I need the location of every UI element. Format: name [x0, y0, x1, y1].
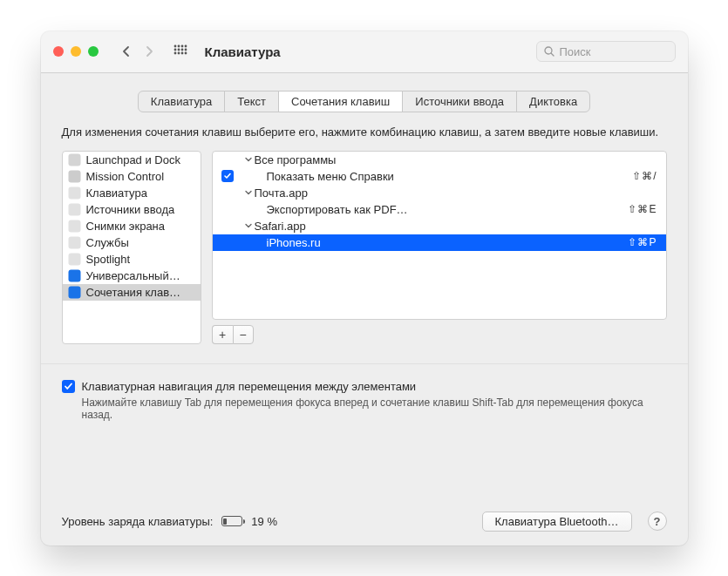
- appshortcuts-icon: [68, 286, 81, 299]
- row-label: Почта.app: [255, 186, 657, 200]
- nav-buttons: [116, 41, 191, 62]
- row-label: Показать меню Справки: [267, 170, 626, 183]
- category-label: Снимки экрана: [86, 220, 166, 233]
- svg-rect-19: [68, 236, 80, 248]
- category-label: Mission Control: [86, 170, 165, 183]
- keyboard-navigation-section: Клавиатурная навигация для перемещения м…: [62, 380, 667, 421]
- keyboard-nav-checkbox[interactable]: [62, 380, 75, 393]
- search-placeholder: Поиск: [560, 45, 591, 58]
- category-item[interactable]: Launchpad и Dock: [63, 152, 201, 168]
- tab-1[interactable]: Текст: [225, 91, 279, 112]
- minimize-button[interactable]: [71, 46, 81, 57]
- tabs-row: КлавиатураТекстСочетания клавишИсточники…: [41, 73, 688, 125]
- category-label: Универсальный…: [86, 269, 180, 282]
- bluetooth-keyboard-button[interactable]: Клавиатура Bluetooth…: [482, 512, 632, 532]
- svg-line-13: [551, 53, 554, 56]
- close-button[interactable]: [53, 46, 64, 57]
- tree-item[interactable]: Показать меню Справки⇧⌘/: [213, 168, 666, 185]
- tree-group[interactable]: Safari.app: [213, 218, 666, 234]
- svg-rect-22: [68, 286, 80, 298]
- row-label: iPhones.ru: [267, 236, 622, 249]
- category-item[interactable]: Mission Control: [63, 168, 201, 185]
- battery-icon: [221, 516, 242, 526]
- screenshot-icon: [68, 220, 81, 233]
- category-item[interactable]: Универсальный…: [63, 268, 201, 284]
- remove-button[interactable]: −: [233, 325, 254, 344]
- svg-point-7: [184, 49, 187, 51]
- tab-3[interactable]: Источники ввода: [403, 91, 517, 112]
- keyboard-icon: [68, 186, 81, 200]
- svg-point-0: [173, 45, 176, 48]
- window-title: Клавиатура: [205, 44, 281, 59]
- category-item[interactable]: Spotlight: [63, 251, 201, 268]
- category-item[interactable]: Службы: [63, 234, 201, 251]
- category-list[interactable]: Launchpad и DockMission ControlКлавиатур…: [62, 151, 201, 344]
- battery-label: Уровень заряда клавиатуры:: [62, 515, 214, 528]
- add-remove-buttons: + −: [212, 325, 667, 344]
- shortcut-text: ⇧⌘E: [621, 203, 657, 215]
- category-label: Клавиатура: [86, 186, 147, 200]
- svg-rect-15: [68, 170, 80, 182]
- category-item[interactable]: Источники ввода: [63, 201, 201, 218]
- zoom-button[interactable]: [88, 46, 99, 57]
- category-item[interactable]: Снимки экрана: [63, 218, 201, 234]
- svg-point-10: [180, 52, 183, 55]
- show-all-button[interactable]: [170, 41, 191, 62]
- add-button[interactable]: +: [212, 325, 233, 344]
- category-item[interactable]: Клавиатура: [63, 185, 201, 201]
- shortcut-editor: Launchpad и DockMission ControlКлавиатур…: [62, 151, 667, 344]
- input-icon: [68, 203, 81, 216]
- category-item[interactable]: Сочетания клав…: [63, 284, 201, 301]
- divider: [41, 363, 688, 364]
- shortcut-tree[interactable]: Все программыПоказать меню Справки⇧⌘/Поч…: [212, 151, 667, 320]
- category-label: Spotlight: [86, 253, 131, 266]
- tab-0[interactable]: Клавиатура: [139, 91, 225, 112]
- accessibility-icon: [68, 269, 81, 282]
- category-label: Сочетания клав…: [86, 286, 181, 299]
- traffic-lights: [53, 46, 99, 57]
- battery-percent: 19 %: [251, 515, 277, 528]
- instructions-text: Для изменения сочетания клавиш выберите …: [62, 125, 667, 140]
- keyboard-nav-label: Клавиатурная навигация для перемещения м…: [82, 380, 417, 393]
- category-label: Источники ввода: [86, 203, 175, 216]
- svg-point-8: [173, 52, 176, 55]
- tab-2[interactable]: Сочетания клавиш: [279, 91, 403, 112]
- chevron-down-icon: [242, 156, 255, 163]
- svg-rect-14: [68, 153, 80, 166]
- forward-button[interactable]: [139, 41, 160, 62]
- launchpad-icon: [68, 153, 81, 166]
- chevron-down-icon: [242, 222, 255, 229]
- footer: Уровень заряда клавиатуры: 19 % Клавиату…: [62, 492, 667, 532]
- tree-item[interactable]: Экспортировать как PDF…⇧⌘E: [213, 201, 666, 218]
- chevron-down-icon: [242, 189, 255, 196]
- svg-rect-17: [68, 203, 80, 215]
- tree-group[interactable]: Почта.app: [213, 185, 666, 201]
- mission-icon: [68, 170, 81, 183]
- content-area: Для изменения сочетания клавиш выберите …: [41, 125, 688, 546]
- row-label: Safari.app: [255, 220, 657, 233]
- svg-point-1: [177, 45, 180, 48]
- category-label: Службы: [86, 236, 129, 249]
- preferences-window: Клавиатура Поиск КлавиатураТекстСочетани…: [41, 31, 688, 546]
- item-checkbox[interactable]: [221, 170, 234, 182]
- tree-item[interactable]: iPhones.ru⇧⌘P: [213, 234, 666, 251]
- row-label: Экспортировать как PDF…: [267, 203, 622, 216]
- svg-point-3: [184, 45, 187, 48]
- svg-point-6: [180, 49, 183, 51]
- titlebar: Клавиатура Поиск: [41, 31, 688, 73]
- svg-point-11: [184, 52, 187, 55]
- svg-rect-18: [68, 220, 80, 232]
- row-label: Все программы: [255, 153, 657, 166]
- svg-point-2: [180, 45, 183, 48]
- shortcut-text: ⇧⌘P: [621, 236, 657, 248]
- svg-rect-20: [68, 253, 80, 265]
- help-button[interactable]: ?: [648, 512, 667, 531]
- tab-4[interactable]: Диктовка: [517, 91, 589, 112]
- back-button[interactable]: [116, 41, 137, 62]
- svg-rect-21: [68, 269, 80, 281]
- tree-group[interactable]: Все программы: [213, 152, 666, 168]
- search-field[interactable]: Поиск: [536, 41, 676, 62]
- category-label: Launchpad и Dock: [86, 153, 180, 166]
- keyboard-nav-hint: Нажимайте клавишу Tab для перемещения фо…: [62, 396, 667, 421]
- svg-point-9: [177, 52, 180, 55]
